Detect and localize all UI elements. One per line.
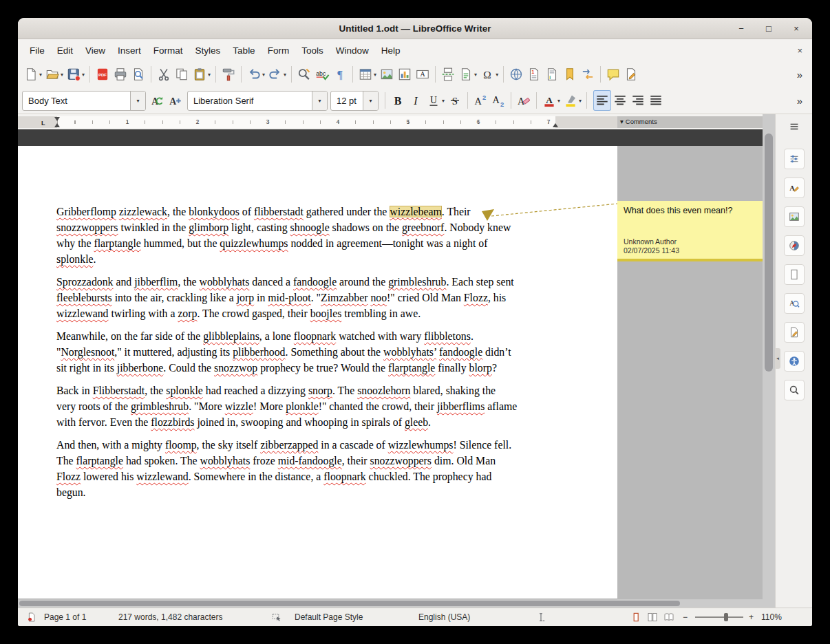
comments-toggle-button[interactable]: ▾ Comments (620, 118, 657, 125)
chevron-down-icon[interactable]: ▾ (474, 72, 477, 78)
paragraph-style-combo[interactable]: Body Text ▾ (22, 91, 146, 111)
font-size-combo[interactable]: 12 pt ▾ (330, 91, 379, 111)
book-view-button[interactable] (663, 612, 674, 623)
sidebar-tab-style-inspector[interactable]: A (784, 293, 805, 314)
titlebar[interactable]: Untitled 1.odt — LibreOffice Writer − □ … (18, 18, 812, 39)
insert-hyperlink-button[interactable] (507, 64, 525, 85)
spelling-button[interactable]: abc (313, 64, 331, 85)
track-changes-button[interactable] (622, 64, 640, 85)
horizontal-scrollbar[interactable] (18, 599, 763, 608)
chevron-down-icon[interactable]: ▾ (442, 98, 445, 104)
insert-special-character-button[interactable]: Ω▾ (478, 64, 500, 85)
find-replace-button[interactable] (295, 64, 313, 85)
redo-button[interactable]: ▾ (266, 64, 288, 85)
highlight-color-button[interactable]: ▾ (562, 90, 583, 111)
zoom-level-label[interactable]: 110% (761, 612, 782, 622)
sidebar-settings-button[interactable] (784, 118, 805, 138)
paragraph[interactable]: Sprozzadonk and jibberflim, the wobblyha… (56, 274, 518, 321)
save-button[interactable]: ▾ (65, 64, 86, 85)
menu-table[interactable]: Table (226, 42, 261, 59)
chevron-down-icon[interactable]: ▾ (82, 72, 85, 78)
underline-button[interactable]: U▾ (425, 90, 446, 111)
menu-format[interactable]: Format (147, 42, 189, 59)
tab-stop-selector[interactable]: L (41, 120, 45, 127)
page[interactable]: Gribberflomp zizzlewack, the blonkydoos … (18, 146, 617, 599)
multi-page-view-button[interactable] (647, 612, 658, 623)
menu-styles[interactable]: Styles (189, 42, 227, 59)
align-right-button[interactable] (629, 90, 647, 111)
menu-insert[interactable]: Insert (111, 42, 147, 59)
paste-button[interactable]: ▾ (191, 64, 212, 85)
new-style-button[interactable]: A (167, 90, 184, 111)
superscript-button[interactable]: A2 (471, 90, 489, 111)
cut-button[interactable] (155, 64, 173, 85)
zoom-in-button[interactable]: + (749, 612, 754, 622)
subscript-button[interactable]: A2 (489, 90, 507, 111)
strikethrough-button[interactable]: S (446, 90, 464, 111)
chevron-down-icon[interactable]: ▾ (262, 72, 265, 78)
insert-mode-icon[interactable] (535, 612, 546, 623)
menu-tools[interactable]: Tools (295, 42, 330, 59)
clear-formatting-button[interactable]: A (515, 90, 533, 111)
chevron-down-icon[interactable]: ▾ (284, 72, 286, 78)
menu-edit[interactable]: Edit (51, 42, 79, 59)
horizontal-ruler[interactable]: L 1234567 (18, 116, 617, 128)
sidebar-tab-gallery[interactable] (784, 206, 805, 227)
menu-window[interactable]: Window (330, 42, 375, 59)
sidebar-tab-navigator[interactable] (784, 235, 805, 256)
left-indent-marker[interactable] (54, 123, 60, 127)
new-document-button[interactable]: ▾ (22, 64, 43, 85)
sidebar-tab-styles[interactable]: A (784, 178, 805, 198)
align-left-button[interactable] (593, 90, 611, 111)
insert-comment-button[interactable] (604, 64, 622, 85)
close-button[interactable]: × (791, 23, 801, 34)
paragraph[interactable]: Gribberflomp zizzlewack, the blonkydoos … (56, 204, 518, 267)
formatting-marks-button[interactable]: ¶ (331, 64, 349, 85)
chevron-down-icon[interactable]: ▾ (496, 72, 498, 78)
sidebar-tab-manage-changes[interactable] (784, 322, 805, 343)
chevron-down-icon[interactable]: ▾ (61, 72, 63, 78)
comment-annotation[interactable]: What does this even mean!? Unknown Autho… (617, 201, 763, 261)
menu-view[interactable]: View (79, 42, 111, 59)
insert-endnote-button[interactable]: i (543, 64, 561, 85)
toolbar-overflow-button[interactable]: » (791, 69, 808, 80)
close-document-icon[interactable]: × (797, 45, 802, 56)
single-page-view-button[interactable] (630, 612, 641, 623)
chevron-down-icon[interactable]: ▾ (363, 92, 378, 110)
chevron-down-icon[interactable]: ▾ (208, 72, 211, 78)
font-name-combo[interactable]: Liberation Serif ▾ (187, 91, 328, 111)
align-justify-button[interactable] (647, 90, 665, 111)
menu-help[interactable]: Help (375, 42, 407, 59)
sidebar-tab-properties[interactable] (784, 149, 805, 169)
open-button[interactable]: ▾ (43, 64, 65, 85)
horizontal-scrollbar-thumb[interactable] (19, 601, 680, 606)
undo-button[interactable]: ▾ (245, 64, 266, 85)
sidebar-tab-accessibility-check[interactable] (784, 351, 805, 372)
sidebar-tab-page[interactable] (784, 264, 805, 285)
zoom-out-button[interactable]: − (683, 612, 688, 622)
toolbar-overflow-button[interactable]: » (791, 95, 808, 107)
insert-textbox-button[interactable]: A (414, 64, 432, 85)
italic-button[interactable]: I (407, 90, 425, 111)
insert-page-break-button[interactable] (439, 64, 457, 85)
export-pdf-button[interactable]: PDF (94, 64, 111, 85)
paragraph[interactable]: And then, with a mighty floomp, the sky … (56, 437, 518, 500)
copy-button[interactable] (173, 64, 191, 85)
selection-mode-icon[interactable] (271, 612, 282, 623)
insert-cross-reference-button[interactable] (579, 64, 597, 85)
vertical-scrollbar[interactable] (763, 114, 775, 608)
document-modified-icon[interactable] (26, 612, 37, 623)
menu-file[interactable]: File (23, 42, 51, 59)
paragraph[interactable]: Meanwhile, on the far side of the glibbl… (56, 328, 518, 376)
sidebar-hide-handle[interactable]: ◂ (775, 348, 780, 369)
paragraph[interactable]: Back in Flibberstadt, the splonkle had r… (56, 383, 518, 430)
chevron-down-icon[interactable]: ▾ (374, 72, 376, 78)
print-preview-button[interactable] (129, 64, 147, 85)
insert-image-button[interactable] (378, 64, 396, 85)
chevron-down-icon[interactable]: ▾ (557, 98, 560, 104)
chevron-down-icon[interactable]: ▾ (130, 92, 145, 110)
zoom-slider-thumb[interactable] (724, 613, 728, 621)
bold-button[interactable]: B (389, 90, 407, 111)
status-page-count[interactable]: Page 1 of 1 (44, 612, 86, 622)
status-page-style[interactable]: Default Page Style (295, 612, 363, 622)
